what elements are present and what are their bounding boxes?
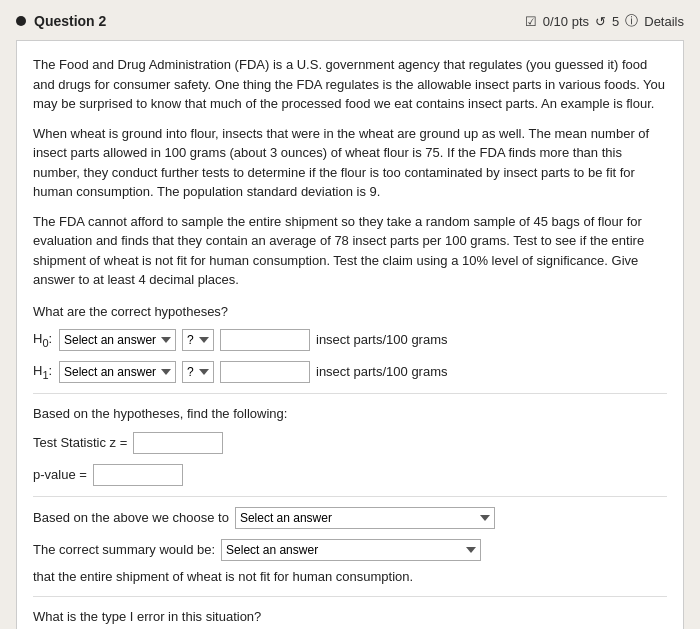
summary-label: The correct summary would be: [33,540,215,560]
h0-value-input[interactable] [220,329,310,351]
points: 0/10 pts [543,14,589,29]
h1-row: H1: Select an answer μ = μ > μ < μ ≠ ? <… [33,361,667,383]
paragraph-2: When wheat is ground into flour, insects… [33,124,667,202]
paragraph-1: The Food and Drug Administration (FDA) i… [33,55,667,114]
p-value-input[interactable] [93,464,183,486]
question-dot [16,16,26,26]
clock-icon: ↺ [595,14,606,29]
h0-row: H0: Select an answer μ = μ > μ < μ ≠ ? <… [33,329,667,351]
question-meta: ☑ 0/10 pts ↺ 5 ⓘ Details [525,12,684,30]
h0-label: H0: [33,329,53,351]
content-area: The Food and Drug Administration (FDA) i… [16,40,684,629]
section-divider-1 [33,393,667,394]
info-icon: ⓘ [625,12,638,30]
h1-units-label: insect parts/100 grams [316,362,448,382]
question-header: Question 2 ☑ 0/10 pts ↺ 5 ⓘ Details [16,12,684,30]
hypotheses-question: What are the correct hypotheses? [33,302,667,322]
p-value-row: p-value = [33,464,667,486]
attempts: 5 [612,14,619,29]
h0-operator-select[interactable]: ? < > = ≠ [182,329,214,351]
h1-value-input[interactable] [220,361,310,383]
test-statistic-input[interactable] [133,432,223,454]
test-statistic-label: Test Statistic z = [33,433,127,453]
p-value-label: p-value = [33,465,87,485]
page-container: Question 2 ☑ 0/10 pts ↺ 5 ⓘ Details The … [0,0,700,629]
question-title: Question 2 [16,13,106,29]
choose-label: Based on the above we choose to [33,508,229,528]
type-error-label: What is the type I error in this situati… [33,607,667,627]
summary-suffix: that the entire shipment of wheat is not… [33,567,413,587]
type-error-section: What is the type I error in this situati… [33,607,667,629]
section-divider-2 [33,496,667,497]
details-link[interactable]: Details [644,14,684,29]
h0-select[interactable]: Select an answer μ = μ > μ < μ ≠ [59,329,176,351]
checkbox-icon: ☑ [525,14,537,29]
find-section-label: Based on the hypotheses, find the follow… [33,404,667,424]
question-number: Question 2 [34,13,106,29]
summary-row: The correct summary would be: Select an … [33,539,667,587]
h0-units-label: insect parts/100 grams [316,330,448,350]
summary-select[interactable]: Select an answer There is sufficient evi… [221,539,481,561]
h1-operator-select[interactable]: ? < > = ≠ [182,361,214,383]
section-divider-3 [33,596,667,597]
choose-select[interactable]: Select an answer Fail to reject H₀ Rejec… [235,507,495,529]
hypotheses-section: What are the correct hypotheses? H0: Sel… [33,302,667,630]
paragraph-3: The FDA cannot afford to sample the enti… [33,212,667,290]
h1-select[interactable]: Select an answer μ = μ > μ < μ ≠ [59,361,176,383]
h1-label: H1: [33,361,53,383]
choose-row: Based on the above we choose to Select a… [33,507,667,529]
test-statistic-row: Test Statistic z = [33,432,667,454]
